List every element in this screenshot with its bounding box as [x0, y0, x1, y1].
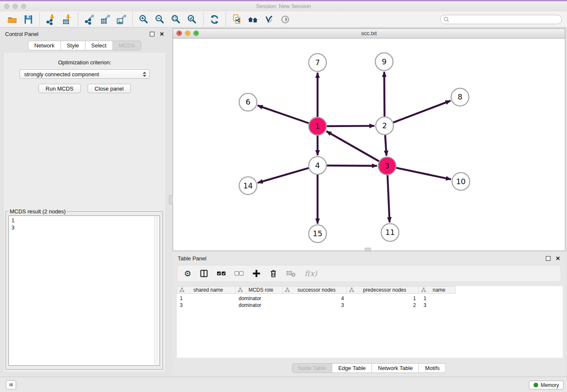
column-header-name[interactable]: name [419, 286, 456, 294]
add-column-button[interactable] [252, 269, 261, 278]
export-network-button[interactable] [83, 13, 96, 26]
graph-node-14[interactable]: 14 [239, 177, 257, 195]
horizontal-splitter-handle[interactable] [365, 248, 371, 252]
memory-status-icon [534, 383, 538, 387]
tab-motifs[interactable]: Motifs [419, 363, 446, 373]
cell-name: 3 [419, 302, 456, 308]
network-graph[interactable]: 7968124314101511 [173, 39, 565, 251]
graph-node-11[interactable]: 11 [381, 224, 399, 241]
import-table-button[interactable] [60, 13, 74, 26]
graph-node-10[interactable]: 10 [452, 173, 470, 190]
network-window-titlebar[interactable]: scc.txt [173, 29, 565, 39]
graph-node-4[interactable]: 4 [309, 157, 327, 174]
float-table-panel-icon[interactable] [546, 256, 550, 261]
float-panel-icon[interactable] [150, 32, 154, 36]
zoom-in-button[interactable] [137, 13, 151, 26]
open-folder-icon [7, 14, 18, 25]
close-panel-icon[interactable]: ✕ [160, 31, 164, 37]
graph-node-6[interactable]: 6 [239, 93, 257, 111]
node-label: 4 [315, 161, 320, 170]
graph-node-3[interactable]: 3 [378, 157, 396, 175]
table-row[interactable]: 3dominator323 [177, 302, 563, 309]
zoom-out-button[interactable] [153, 13, 167, 26]
column-type-icon [179, 287, 184, 293]
table-row[interactable]: 1dominator411 [177, 295, 563, 302]
tab-select[interactable]: Select [85, 41, 113, 50]
graphics-details-button[interactable] [262, 13, 276, 26]
select-all-columns-button[interactable] [217, 271, 226, 276]
graph-edge-3-11[interactable] [388, 175, 390, 223]
export-image-button[interactable] [115, 13, 128, 26]
memory-button[interactable]: Memory [529, 381, 564, 389]
column-header-predecessor-nodes[interactable]: predecessor nodes [347, 286, 419, 294]
delete-table-button[interactable] [286, 270, 296, 277]
export-network-icon [84, 14, 95, 25]
task-history-button[interactable] [6, 380, 16, 389]
import-network-button[interactable] [44, 13, 58, 26]
tab-style[interactable]: Style [61, 41, 85, 50]
control-panel: Control Panel ✕ NetworkStyleSelectMCDS O… [0, 28, 169, 377]
graph-node-8[interactable]: 8 [451, 88, 469, 106]
save-session-button[interactable] [22, 13, 35, 26]
tab-network-table[interactable]: Network Table [372, 363, 419, 373]
delete-column-button[interactable] [269, 269, 278, 278]
deselect-all-columns-button[interactable] [234, 271, 244, 276]
tab-edge-table[interactable]: Edge Table [332, 363, 372, 373]
graph-node-7[interactable]: 7 [309, 54, 327, 72]
graph-node-9[interactable]: 9 [375, 53, 393, 71]
optimization-criterion-select[interactable]: strongly connected component [19, 69, 150, 79]
graph-edge-4-3[interactable] [327, 166, 377, 166]
node-label: 2 [382, 121, 387, 130]
control-panel-title: Control Panel [5, 31, 39, 37]
graph-node-2[interactable]: 2 [376, 117, 394, 135]
column-header-successor-nodes[interactable]: successor nodes [283, 286, 347, 294]
graph-edge-3-10[interactable] [396, 168, 451, 179]
zoom-fit-icon [171, 14, 182, 25]
toggle-column-panel-button[interactable] [200, 269, 208, 278]
column-header-mcds-role[interactable]: MCDS role [236, 286, 283, 294]
home-button[interactable] [246, 13, 260, 26]
cell-predecessor-nodes: 2 [347, 302, 419, 308]
function-builder-button[interactable]: f(x) [305, 269, 317, 278]
node-label: 9 [382, 57, 386, 66]
main-toolbar [0, 11, 567, 28]
node-table-body: 1dominator4113dominator323 [177, 294, 563, 309]
table-settings-button[interactable]: ⚙ [184, 270, 191, 278]
search-input[interactable] [450, 16, 561, 23]
column-label: name [426, 287, 455, 293]
graph-edge-1-6[interactable] [258, 105, 309, 123]
graphics-details-icon [264, 14, 275, 25]
tab-mcds[interactable]: MCDS [113, 41, 141, 50]
refresh-layout-button[interactable] [208, 13, 221, 26]
search-box[interactable] [440, 15, 562, 24]
result-scrollbar[interactable] [154, 216, 159, 365]
close-table-panel-icon[interactable]: ✕ [556, 256, 560, 261]
graph-edge-2-9[interactable] [384, 72, 385, 117]
control-panel-header: Control Panel ✕ [0, 28, 169, 39]
clone-network-button[interactable] [230, 13, 244, 26]
network-canvas[interactable]: 7968124314101511 [173, 39, 565, 251]
run-mcds-button[interactable]: Run MCDS [39, 84, 81, 93]
eye-icon [280, 14, 291, 25]
tab-node-table[interactable]: Node Table [292, 363, 333, 373]
zoom-selected-button[interactable] [185, 13, 199, 26]
node-table-header: shared nameMCDS rolesuccessor nodesprede… [177, 286, 563, 294]
birds-eye-view-button[interactable] [278, 13, 292, 26]
mcds-result-list[interactable]: 13 [8, 215, 160, 366]
control-panel-tabs: NetworkStyleSelectMCDS [0, 41, 169, 50]
graph-node-1[interactable]: 1 [309, 117, 327, 135]
graph-edge-4-14[interactable] [258, 168, 308, 183]
graph-edge-2-3[interactable] [385, 135, 386, 156]
close-panel-button[interactable]: Close panel [88, 84, 131, 93]
zoom-fit-button[interactable] [169, 13, 183, 26]
vertical-splitter-handle[interactable] [169, 195, 173, 204]
graph-edge-3-1[interactable] [326, 131, 379, 161]
tab-network[interactable]: Network [28, 41, 61, 50]
graph-edge-2-8[interactable] [393, 101, 450, 122]
table-panel: Table Panel ✕ ⚙ [173, 252, 565, 376]
open-session-button[interactable] [6, 13, 19, 26]
export-table-button[interactable] [99, 13, 112, 26]
column-header-shared-name[interactable]: shared name [177, 286, 236, 294]
graph-edge-1-2[interactable] [327, 126, 374, 126]
graph-node-15[interactable]: 15 [309, 225, 327, 243]
